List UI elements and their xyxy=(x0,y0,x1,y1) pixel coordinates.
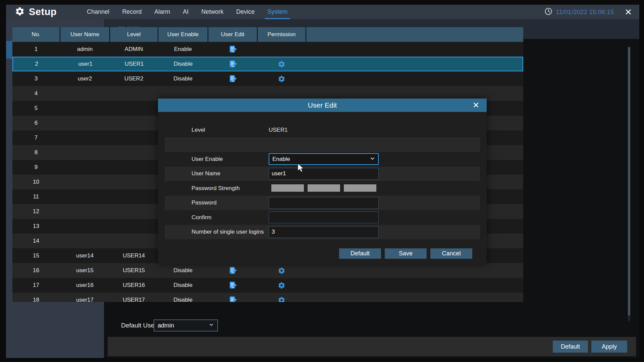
row-user-enable: Disable xyxy=(158,278,208,293)
chevron-down-icon xyxy=(209,322,214,329)
modal-row-user-name: User Name xyxy=(165,167,480,181)
table-row[interactable]: 2user1USER1Disable xyxy=(12,57,523,71)
permission-gear-icon[interactable] xyxy=(258,278,306,293)
row-filler xyxy=(306,42,523,57)
row-no: 18 xyxy=(12,293,60,302)
row-level xyxy=(110,219,158,234)
row-no: 9 xyxy=(12,160,60,175)
row-level xyxy=(110,101,158,116)
row-level: USER14 xyxy=(110,248,158,263)
user-enable-dropdown[interactable]: Enable xyxy=(269,153,379,165)
row-user-name: user15 xyxy=(60,263,109,278)
column-header-user-edit: User Edit xyxy=(208,27,257,42)
row-filler xyxy=(306,57,523,71)
menu-alarm[interactable]: Alarm xyxy=(154,5,170,19)
row-user-name: user16 xyxy=(60,278,109,293)
modal-default-button[interactable]: Default xyxy=(339,248,381,259)
strength-bar xyxy=(344,184,376,192)
level-label: Level xyxy=(192,127,205,133)
user-edit-icon[interactable] xyxy=(208,278,257,293)
row-no: 2 xyxy=(13,57,60,71)
logins-input[interactable] xyxy=(269,226,379,238)
menu-record[interactable]: Record xyxy=(122,5,142,19)
row-filler xyxy=(306,278,523,293)
scrollbar-thumb[interactable] xyxy=(628,47,630,315)
column-header-no: No. xyxy=(12,27,60,42)
table-header-row: No.User NameLevelUser EnableUser EditPer… xyxy=(12,27,523,42)
row-no: 10 xyxy=(12,175,60,189)
modal-row-level: Level USER1 xyxy=(165,123,480,137)
row-level xyxy=(110,204,158,219)
user-enable-label: User Enable xyxy=(192,156,223,163)
menu-system[interactable]: System xyxy=(267,5,287,19)
row-level xyxy=(110,160,158,175)
chevron-down-icon xyxy=(370,156,375,163)
table-row[interactable]: 3user2USER2Disable xyxy=(12,71,523,86)
row-user-name xyxy=(60,116,109,130)
permission-gear-icon[interactable] xyxy=(258,57,306,71)
row-level xyxy=(110,145,158,160)
user-edit-icon[interactable] xyxy=(208,263,257,278)
user-name-label: User Name xyxy=(192,170,220,177)
row-user-enable: Disable xyxy=(158,71,208,86)
row-level: USER2 xyxy=(110,71,158,86)
row-no: 5 xyxy=(12,101,60,116)
footer-apply-button[interactable]: Apply xyxy=(591,341,627,353)
table-row[interactable]: 16user15USER15Disable xyxy=(12,263,523,278)
table-scrollbar[interactable] xyxy=(628,47,630,321)
row-user-enable: Disable xyxy=(158,263,208,278)
confirm-input[interactable] xyxy=(269,212,379,223)
table-row[interactable]: 18user17USER17Disable xyxy=(12,293,523,302)
user-edit-modal: User Edit ✕ Level USER1 User Enable Enab… xyxy=(158,99,487,264)
table-row[interactable]: 1adminADMINEnable xyxy=(12,42,523,57)
row-no: 17 xyxy=(12,278,60,293)
modal-close-icon[interactable]: ✕ xyxy=(473,101,479,110)
user-enable-value: Enable xyxy=(272,156,290,163)
row-no: 12 xyxy=(12,204,60,219)
column-header-permission: Permission xyxy=(258,27,306,42)
user-edit-icon[interactable] xyxy=(208,42,257,57)
row-no: 16 xyxy=(12,263,60,278)
clock-icon xyxy=(544,7,552,17)
strength-bar xyxy=(271,184,304,192)
modal-row-confirm: Confirm xyxy=(165,210,480,225)
table-row[interactable]: 17user16USER16Disable xyxy=(12,278,523,293)
window-close-icon[interactable]: ✕ xyxy=(625,8,632,16)
row-user-name xyxy=(60,219,109,234)
footer-default-button[interactable]: Default xyxy=(553,341,588,353)
modal-row-password-strength: Password Strength xyxy=(165,181,480,195)
app-logo: Setup xyxy=(15,6,57,18)
permission-gear-icon[interactable] xyxy=(258,71,306,86)
password-input[interactable] xyxy=(269,197,379,209)
menu-network[interactable]: Network xyxy=(201,5,223,19)
row-no: 1 xyxy=(12,42,60,57)
row-user-name: user2 xyxy=(60,71,109,86)
default-user-label: Default User xyxy=(121,322,157,329)
modal-row-password: Password xyxy=(165,196,480,210)
row-user-name: admin xyxy=(60,42,109,57)
default-user-dropdown[interactable]: admin xyxy=(154,319,218,331)
row-user-name xyxy=(60,204,109,219)
logins-label: Number of single user logins xyxy=(192,229,264,235)
row-level xyxy=(110,189,158,204)
menu-ai[interactable]: AI xyxy=(183,5,189,19)
row-no: 14 xyxy=(12,234,60,248)
row-level xyxy=(110,86,158,101)
user-edit-icon[interactable] xyxy=(208,293,257,302)
column-header-user-enable: User Enable xyxy=(158,27,208,42)
row-user-name xyxy=(60,130,109,145)
modal-cancel-button[interactable]: Cancel xyxy=(430,248,472,259)
modal-row-logins: Number of single user logins xyxy=(165,225,480,239)
row-no: 8 xyxy=(12,145,60,160)
row-filler xyxy=(306,263,523,278)
datetime: 11/01/2022 15:06:15 xyxy=(556,8,614,16)
user-edit-icon[interactable] xyxy=(208,57,257,71)
menu-device[interactable]: Device xyxy=(236,5,255,19)
user-name-input[interactable] xyxy=(269,168,379,180)
permission-gear-icon[interactable] xyxy=(258,293,306,302)
password-strength-meter xyxy=(271,184,376,192)
permission-gear-icon[interactable] xyxy=(258,263,306,278)
menu-channel[interactable]: Channel xyxy=(87,5,109,19)
user-edit-icon[interactable] xyxy=(208,71,257,86)
modal-save-button[interactable]: Save xyxy=(385,248,427,259)
